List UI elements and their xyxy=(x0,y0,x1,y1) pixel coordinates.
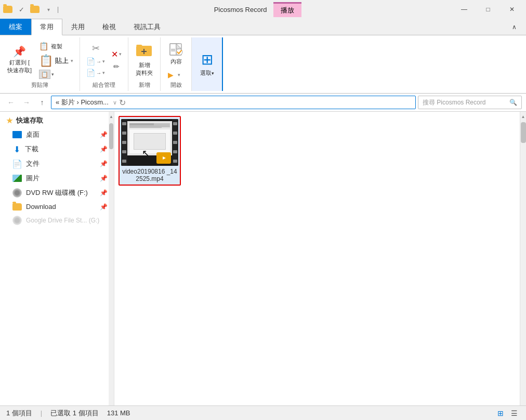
paste-dropdown-icon: ▾ xyxy=(71,58,73,63)
search-box[interactable]: 搜尋 Picosmos Record 🔍 xyxy=(418,96,522,109)
forward-button[interactable]: → xyxy=(20,96,33,109)
sidebar-item-download-folder[interactable]: Download 📌 xyxy=(0,200,114,213)
docs-icon: 📄 xyxy=(12,159,22,168)
qat-checkmark[interactable]: ✓ xyxy=(16,4,27,15)
open-file-button[interactable]: ▶ ▾ xyxy=(166,70,182,80)
minimize-button[interactable]: — xyxy=(452,2,476,17)
move-to-arrow: → xyxy=(96,70,101,76)
download-folder-pin: 📌 xyxy=(100,203,108,211)
organize-group: ✂ 📄 → ▾ 📄 → ▾ ✕ ▾ xyxy=(80,37,128,91)
download-icon: ⬇ xyxy=(12,145,21,154)
tab-videotools[interactable]: 視訊工具 xyxy=(125,19,169,35)
main-scrollbar-thumb xyxy=(521,122,526,143)
open-group: 內容 ▶ ▾ 開啟 xyxy=(161,37,192,91)
copy-to-button[interactable]: 📄 → ▾ xyxy=(84,56,107,67)
film-hole xyxy=(173,141,177,144)
documents-label: 文件 xyxy=(26,159,40,168)
sidebar-scroll-up-button[interactable]: ▲ xyxy=(109,112,114,121)
svg-rect-6 xyxy=(171,49,175,50)
new-label: 新增 xyxy=(139,81,150,89)
tab-view[interactable]: 檢視 xyxy=(94,19,125,35)
rename-button[interactable]: ✏ xyxy=(109,61,124,72)
quick-access-label: 快速存取 xyxy=(16,116,43,125)
properties-label: 內容 xyxy=(170,58,182,65)
sidebar: ★ 快速存取 桌面 📌 ⬇ 下載 📌 📄 文件 📌 xyxy=(0,112,114,418)
select-icon: ⊞ xyxy=(201,51,213,68)
paste-label: 貼上 xyxy=(55,56,69,65)
film-hole xyxy=(173,132,177,135)
move-to-dropdown: ▾ xyxy=(102,70,105,75)
new-buttons: 新增資料夾 xyxy=(133,40,156,80)
film-hole xyxy=(122,160,126,163)
delete-button[interactable]: ✕ ▾ xyxy=(109,48,124,60)
play-tab[interactable]: 播放 xyxy=(273,2,301,17)
pictures-pin: 📌 xyxy=(100,175,108,182)
folder-icon2[interactable] xyxy=(29,4,41,15)
quick-access-toolbar: ✓ ▾ | xyxy=(2,4,59,15)
folder-icon xyxy=(12,203,22,211)
pin-button[interactable]: 📌 釘選到 [快速存取] xyxy=(4,43,35,76)
tab-share[interactable]: 共用 xyxy=(62,19,94,35)
main-area: ★ 快速存取 桌面 📌 ⬇ 下載 📌 📄 文件 📌 xyxy=(0,112,526,418)
search-placeholder: 搜尋 Picosmos Record xyxy=(423,98,485,107)
file-item-video[interactable]: ↖ video20190816 _142525.mp4 xyxy=(119,116,181,186)
documents-pin: 📌 xyxy=(100,160,108,167)
address-bar: ← → ↑ « 影片 › Picosm... ∨ ↻ 搜尋 Picosmos R… xyxy=(0,94,526,112)
downloads-label: 下載 xyxy=(25,145,38,154)
back-button[interactable]: ← xyxy=(4,96,18,109)
play-badge xyxy=(156,152,171,164)
window-controls: — □ ✕ xyxy=(452,2,524,17)
ribbon-content: 📌 釘選到 [快速存取] 📋 複製 📋 貼上 ▾ 📋 ▾ xyxy=(0,35,526,94)
move-to-icon: 📄 xyxy=(86,69,95,77)
organize-right: ✕ ▾ ✏ xyxy=(109,48,124,72)
qat-dropdown[interactable]: ▾ xyxy=(43,4,54,15)
sidebar-item-desktop[interactable]: 桌面 📌 xyxy=(0,127,114,142)
select-label: 選取▾ xyxy=(200,69,214,77)
sidebar-scrollbar: ▲ ▼ xyxy=(109,112,114,418)
close-button[interactable]: ✕ xyxy=(500,2,524,17)
clipboard-dropdown[interactable]: ▾ xyxy=(51,72,54,77)
film-strip-left xyxy=(121,119,127,166)
copy-button[interactable]: 📋 複製 xyxy=(37,41,75,52)
organize-label: 組合管理 xyxy=(93,81,115,89)
open-buttons: 內容 ▶ ▾ xyxy=(166,40,187,80)
clipboard-mini-icon: 📋 xyxy=(39,70,50,79)
new-folder-label: 新增資料夾 xyxy=(136,61,153,77)
address-path[interactable]: « 影片 › Picosm... ∨ ↻ xyxy=(51,96,416,109)
move-to-button[interactable]: 📄 → ▾ xyxy=(84,68,107,78)
organize-left: ✂ 📄 → ▾ 📄 → ▾ xyxy=(84,42,107,78)
sidebar-item-gdrive[interactable]: Google Drive File St... (G:) xyxy=(0,213,114,228)
gdrive-icon xyxy=(12,216,22,225)
sidebar-item-dvd[interactable]: DVD RW 磁碟機 (F:) 📌 xyxy=(0,186,114,200)
list-view-button[interactable]: ☰ xyxy=(508,408,520,419)
properties-button[interactable]: 內容 xyxy=(166,40,187,68)
status-size: 131 MB xyxy=(107,409,130,417)
ribbon-tabs: 檔案 常用 共用 檢視 視訊工具 ∧ xyxy=(0,19,526,35)
copy-to-icon: 📄 xyxy=(86,57,95,65)
maximize-button[interactable]: □ xyxy=(476,2,500,17)
film-header xyxy=(129,123,170,127)
status-count: 1 個項目 xyxy=(6,409,32,418)
cut-button[interactable]: ✂ xyxy=(84,42,107,55)
sidebar-item-pictures[interactable]: 圖片 📌 xyxy=(0,171,114,186)
dvd-pin: 📌 xyxy=(100,189,108,196)
collapse-ribbon-button[interactable]: ∧ xyxy=(502,19,526,35)
tab-files[interactable]: 檔案 xyxy=(0,19,31,35)
sidebar-item-downloads[interactable]: ⬇ 下載 📌 xyxy=(0,142,114,156)
main-scroll-up-button[interactable]: ▲ xyxy=(521,112,526,121)
tab-home[interactable]: 常用 xyxy=(31,19,62,35)
rename-icon: ✏ xyxy=(113,62,120,71)
new-group: 新增資料夾 新增 xyxy=(128,37,161,91)
folder-icon[interactable] xyxy=(2,4,14,15)
up-button[interactable]: ↑ xyxy=(35,96,49,109)
file-name: video20190816 _142525.mp4 xyxy=(122,168,178,182)
film-hole xyxy=(122,150,126,153)
new-folder-button[interactable]: 新增資料夾 xyxy=(133,41,156,79)
sidebar-item-documents[interactable]: 📄 文件 📌 xyxy=(0,156,114,171)
film-hole xyxy=(173,150,177,153)
open-label: 開啟 xyxy=(170,81,182,89)
grid-view-button[interactable]: ⊞ xyxy=(495,408,506,419)
paste-button[interactable]: 📋 貼上 ▾ xyxy=(37,53,75,69)
select-button[interactable]: ⊞ 選取▾ xyxy=(196,49,217,79)
file-thumbnail: ↖ xyxy=(121,119,178,166)
